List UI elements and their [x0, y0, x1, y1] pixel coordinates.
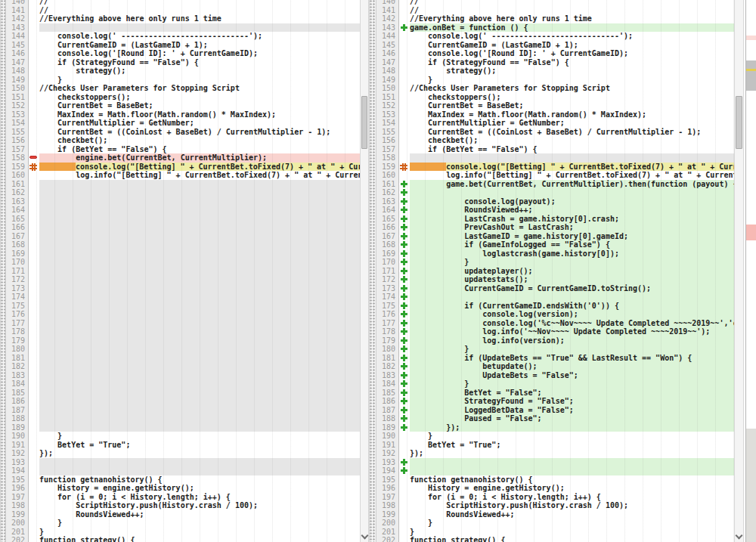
added-plus-icon[interactable] [401, 181, 407, 187]
added-plus-icon[interactable] [401, 398, 407, 404]
code-line[interactable]: 164 RoundsViewed++; [376, 206, 734, 215]
code-line[interactable]: 201 } [376, 528, 734, 537]
code-line[interactable]: 189 }); [376, 423, 734, 432]
added-plus-icon[interactable] [401, 467, 407, 474]
right-scrollbar[interactable] [734, 0, 744, 542]
added-plus-icon[interactable] [401, 459, 407, 466]
added-plus-icon[interactable] [401, 389, 407, 396]
code-line[interactable]: 186 StrategyFound = "False"; [376, 397, 734, 406]
code-line[interactable]: 156 checkbet(); [6, 136, 360, 145]
code-line[interactable]: 200 } [6, 519, 360, 528]
code-line[interactable]: 167 LastGameID = game.history[0].gameId; [376, 232, 734, 241]
code-line[interactable]: 163 console.log(payout); [376, 197, 734, 206]
code-line[interactable]: 141 // [376, 6, 734, 15]
code-line[interactable]: 197 for (i = 0; i < History.length; i++)… [6, 493, 360, 502]
added-plus-icon[interactable] [401, 320, 407, 327]
right-scrollbar-down-button[interactable] [735, 531, 743, 542]
center-splitter[interactable] [369, 0, 376, 542]
code-line[interactable]: 159 console.log("[Betting] " + CurrentBe… [376, 163, 734, 172]
code-line[interactable]: 178 log.info('~~Nov~~~~ Update Completed… [376, 327, 734, 336]
code-line[interactable]: 142 //Everything above here only runs 1 … [6, 14, 360, 23]
code-line[interactable]: 191 BetYet = "True"; [376, 441, 734, 450]
code-line[interactable]: 188 [6, 414, 360, 423]
added-plus-icon[interactable] [401, 372, 407, 379]
added-plus-icon[interactable] [401, 345, 407, 352]
left-edge-splitter[interactable] [0, 0, 6, 542]
code-line[interactable]: 195 function getnanohistory() { [376, 475, 734, 485]
code-line[interactable]: 173 CurrentGameID = CurrentGameID.toStri… [376, 284, 734, 293]
added-plus-icon[interactable] [401, 198, 407, 205]
added-plus-icon[interactable] [401, 311, 407, 317]
added-plus-icon[interactable] [401, 224, 407, 231]
code-line[interactable]: 194 [376, 466, 734, 475]
code-line[interactable]: 190 } [376, 432, 734, 441]
added-plus-icon[interactable] [401, 241, 407, 248]
code-line[interactable]: 149 } [376, 76, 734, 85]
code-line[interactable]: 155 CurrentBet = ((CoinLost + BaseBet) /… [6, 128, 360, 137]
code-line[interactable]: 177 [6, 319, 360, 328]
code-line[interactable]: 183 UpdateBets = "False"; [376, 371, 734, 380]
code-line[interactable]: 168 [6, 240, 360, 249]
code-line[interactable]: 194 [6, 466, 360, 475]
code-line[interactable]: 199 RoundsViewed++; [6, 510, 360, 519]
code-line[interactable]: 150 //Checks User Parameters for Stoppin… [376, 84, 734, 93]
code-line[interactable]: 182 betupdate(); [376, 362, 734, 371]
code-line[interactable]: 155 CurrentBet = ((CoinLost + BaseBet) /… [376, 128, 734, 137]
added-plus-icon[interactable] [401, 250, 407, 257]
code-line[interactable]: 187 [6, 406, 360, 415]
code-line[interactable]: 196 History = engine.getHistory(); [6, 484, 360, 493]
code-line[interactable]: 140 // [376, 0, 734, 6]
code-line[interactable]: 175 if (CurrentGameID.endsWith('0')) { [376, 302, 734, 311]
left-scrollbar-down-button[interactable] [361, 531, 368, 542]
code-line[interactable]: 169 loglastcrash(game.history[0]); [376, 249, 734, 259]
added-plus-icon[interactable] [401, 189, 407, 196]
code-line[interactable]: 152 CurrentBet = BaseBet; [6, 101, 360, 110]
code-line[interactable]: 179 [6, 336, 360, 345]
code-line[interactable]: 166 PrevCashOut = LastCrash; [376, 223, 734, 232]
code-line[interactable]: 145 CurrentGameID = (LastGameID + 1); [6, 41, 360, 50]
code-line[interactable]: 157 if (BetYet == "False") { [6, 145, 360, 154]
code-line[interactable]: 158 engine.bet(CurrentBet, CurrentMultip… [6, 153, 360, 163]
code-line[interactable]: 184 } [376, 379, 734, 389]
code-line[interactable]: 191 BetYet = "True"; [6, 441, 360, 450]
added-plus-icon[interactable] [401, 328, 407, 335]
code-line[interactable]: 202 function strategy() { [376, 536, 734, 542]
code-line[interactable]: 146 console.log('[Round ID]: ' + Current… [6, 49, 360, 58]
code-line[interactable]: 172 [6, 275, 360, 284]
code-line[interactable]: 176 console.log(version); [376, 310, 734, 319]
code-line[interactable]: 163 [6, 197, 360, 206]
overview-diff-bar[interactable] [745, 0, 756, 542]
code-line[interactable]: 170 } [376, 258, 734, 267]
code-line[interactable]: 153 MaxIndex = Math.floor(Math.random() … [6, 110, 360, 119]
code-line[interactable]: 180 [6, 345, 360, 354]
code-line[interactable]: 164 [6, 206, 360, 215]
code-line[interactable]: 192 }); [6, 449, 360, 458]
code-line[interactable]: 193 [6, 458, 360, 467]
code-line[interactable]: 150 //Checks User Parameters for Stoppin… [6, 84, 360, 93]
added-plus-icon[interactable] [401, 206, 407, 213]
code-line[interactable]: 180 } [376, 345, 734, 354]
code-line[interactable]: 187 LoggedBetData = "False"; [376, 406, 734, 415]
code-line[interactable]: 147 if (StrategyFound == "False") { [376, 58, 734, 67]
code-line[interactable]: 147 if (StrategyFound == "False") { [6, 58, 360, 67]
code-line[interactable]: 197 for (i = 0; i < History.length; i++)… [376, 493, 734, 502]
code-line[interactable]: 167 [6, 232, 360, 241]
code-line[interactable]: 181 if (UpdateBets == "True" && LastResu… [376, 354, 734, 363]
added-plus-icon[interactable] [401, 215, 407, 222]
added-plus-icon[interactable] [401, 355, 407, 361]
added-plus-icon[interactable] [401, 293, 407, 300]
code-line[interactable]: 186 [6, 397, 360, 406]
code-line[interactable]: 192 }); [376, 449, 734, 458]
added-plus-icon[interactable] [401, 407, 407, 413]
code-line[interactable]: 151 checkstoppers(); [376, 93, 734, 102]
code-line[interactable]: 142 //Everything above here only runs 1 … [376, 14, 734, 23]
code-line[interactable]: 168 if (GameInfoLogged == "False") { [376, 240, 734, 249]
code-line[interactable]: 162 [6, 188, 360, 197]
added-plus-icon[interactable] [401, 363, 407, 370]
code-line[interactable]: 160 log.info("[Betting] " + CurrentBet.t… [376, 171, 734, 180]
changed-icon[interactable] [400, 163, 407, 171]
code-line[interactable]: 140 // [6, 0, 360, 6]
code-line[interactable]: 144 console.log(' ----------------------… [6, 32, 360, 41]
code-line[interactable]: 196 History = engine.getHistory(); [376, 484, 734, 493]
added-plus-icon[interactable] [401, 415, 407, 422]
